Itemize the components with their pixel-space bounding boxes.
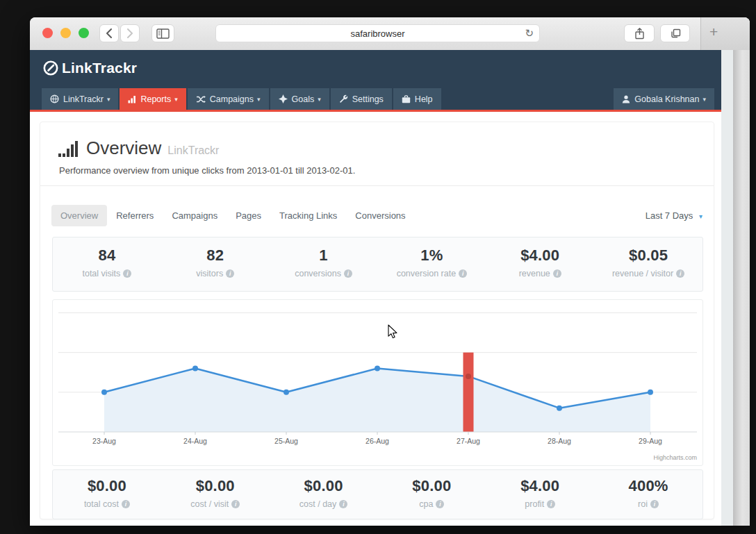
info-icon[interactable]: i bbox=[231, 500, 240, 508]
bottom-stat-cell: $4.00profiti bbox=[486, 470, 594, 519]
tab-tracking-links[interactable]: Tracking Links bbox=[270, 205, 346, 226]
tab-pages[interactable]: Pages bbox=[227, 205, 270, 226]
tab-overview-button[interactable] bbox=[660, 24, 690, 42]
bottom-stat-cell: $0.00cost / visiti bbox=[161, 470, 270, 519]
user-icon bbox=[622, 95, 630, 103]
info-icon[interactable]: i bbox=[676, 269, 684, 278]
top-stat-cell: 82visitorsi bbox=[161, 237, 270, 291]
info-icon[interactable]: i bbox=[650, 500, 659, 508]
caret-down-icon: ▾ bbox=[318, 96, 321, 103]
sidebar-icon bbox=[156, 28, 170, 39]
user-menu[interactable]: Gobala Krishnan ▾ bbox=[614, 88, 714, 110]
svg-text:28-Aug: 28-Aug bbox=[548, 437, 571, 445]
page-background: Overview LinkTrackr Performance overview… bbox=[30, 112, 750, 526]
svg-text:24-Aug: 24-Aug bbox=[183, 437, 207, 445]
screenshot-frame: safaribrowser ↻ + bbox=[0, 0, 756, 534]
bar-chart-icon bbox=[128, 95, 136, 103]
tab-overview[interactable]: Overview bbox=[51, 205, 107, 226]
nav-item-label: LinkTrackr bbox=[63, 94, 104, 104]
briefcase-icon bbox=[402, 95, 411, 103]
info-icon[interactable]: i bbox=[339, 500, 347, 508]
tab-referrers[interactable]: Referrers bbox=[107, 205, 163, 226]
nav-item-goals[interactable]: Goals ▾ bbox=[270, 88, 329, 110]
svg-text:29-Aug: 29-Aug bbox=[639, 437, 662, 445]
stat-label: conversion rate bbox=[397, 269, 456, 278]
caret-down-icon: ▾ bbox=[107, 96, 110, 103]
top-stat-cell: 1%conversion ratei bbox=[377, 237, 486, 291]
site-header: LinkTrackr LinkTrackr ▾ Reports ▾ bbox=[30, 50, 750, 112]
nav-item-reports[interactable]: Reports ▾ bbox=[120, 88, 186, 110]
nav-item-label: Settings bbox=[352, 94, 384, 104]
svg-text:25-Aug: 25-Aug bbox=[274, 437, 298, 445]
reload-icon[interactable]: ↻ bbox=[525, 27, 534, 40]
stat-value: 84 bbox=[53, 247, 161, 265]
stat-label: revenue / visitor bbox=[612, 269, 673, 278]
nav-item-label: Goals bbox=[292, 94, 315, 104]
scrollbar-track[interactable] bbox=[721, 50, 733, 526]
nav-item-help[interactable]: Help bbox=[393, 88, 441, 110]
stat-label: roi bbox=[638, 499, 648, 509]
top-stat-cell: 84total visitsi bbox=[53, 237, 161, 291]
nav-item-label: Reports bbox=[140, 94, 171, 104]
card-header: Overview LinkTrackr Performance overview… bbox=[40, 122, 714, 186]
stat-value: 400% bbox=[594, 477, 702, 495]
info-icon[interactable]: i bbox=[226, 269, 234, 278]
stat-label: total visits bbox=[82, 269, 120, 278]
top-stat-cell: $4.00revenuei bbox=[486, 237, 594, 291]
forward-button[interactable] bbox=[120, 24, 140, 42]
page-title: Overview bbox=[86, 139, 161, 157]
bottom-stat-cell: 400%roii bbox=[594, 470, 702, 519]
stat-value: 82 bbox=[161, 247, 270, 265]
stats-panel-bottom: $0.00total costi$0.00cost / visiti$0.00c… bbox=[52, 469, 703, 519]
address-text: safaribrowser bbox=[216, 28, 539, 39]
svg-text:27-Aug: 27-Aug bbox=[457, 437, 480, 445]
stats-panel-top: 84total visitsi82visitorsi1conversionsi1… bbox=[52, 237, 703, 292]
window-edge-strip[interactable] bbox=[733, 50, 750, 526]
info-icon[interactable]: i bbox=[459, 269, 467, 278]
stat-label: profit bbox=[525, 499, 544, 509]
share-button[interactable] bbox=[624, 24, 655, 42]
svg-text:26-Aug: 26-Aug bbox=[365, 437, 389, 445]
back-button[interactable] bbox=[99, 24, 119, 42]
wrench-icon bbox=[339, 94, 348, 103]
chart-credit[interactable]: Highcharts.com bbox=[653, 454, 697, 461]
user-name: Gobala Krishnan bbox=[634, 94, 699, 104]
title-row: Overview LinkTrackr bbox=[58, 139, 219, 157]
info-icon[interactable]: i bbox=[123, 269, 131, 278]
tab-campaigns[interactable]: Campaigns bbox=[163, 205, 227, 226]
stat-value: $0.00 bbox=[161, 477, 270, 495]
stat-value: $0.00 bbox=[53, 477, 161, 495]
caret-down-icon: ▾ bbox=[257, 96, 261, 103]
stat-label: visitors bbox=[196, 269, 223, 278]
linktrackr-logo-icon bbox=[42, 59, 60, 77]
close-window-button[interactable] bbox=[42, 28, 53, 38]
address-bar[interactable]: safaribrowser ↻ bbox=[215, 24, 540, 42]
date-range-selector[interactable]: Last 7 Days ▾ bbox=[646, 210, 702, 221]
nav-item-campaigns[interactable]: Campaigns ▾ bbox=[188, 88, 269, 110]
minimize-window-button[interactable] bbox=[60, 28, 71, 38]
info-icon[interactable]: i bbox=[344, 269, 352, 278]
nav-item-linktrackr[interactable]: LinkTrackr ▾ bbox=[42, 88, 118, 110]
sidebar-toggle-button[interactable] bbox=[151, 24, 174, 42]
share-icon bbox=[634, 28, 645, 40]
linktrackr-logo[interactable]: LinkTrackr bbox=[42, 59, 137, 77]
shuffle-icon bbox=[196, 95, 206, 103]
info-icon[interactable]: i bbox=[436, 500, 444, 508]
stat-value: $0.00 bbox=[270, 477, 378, 495]
info-icon[interactable]: i bbox=[547, 500, 555, 508]
nav-item-settings[interactable]: Settings bbox=[331, 88, 392, 110]
stat-label: conversions bbox=[295, 269, 341, 278]
tab-conversions[interactable]: Conversions bbox=[346, 205, 414, 226]
stat-label: cost / visit bbox=[190, 499, 229, 509]
info-icon[interactable]: i bbox=[122, 500, 130, 508]
stat-label: total cost bbox=[84, 499, 119, 509]
chart-panel: 23-Aug24-Aug25-Aug26-Aug27-Aug28-Aug29-A… bbox=[52, 299, 703, 466]
stat-value: $4.00 bbox=[486, 477, 594, 495]
main-navigation: LinkTrackr ▾ Reports ▾ Campaigns ▾ bbox=[42, 88, 441, 110]
stat-value: 1 bbox=[270, 247, 378, 265]
caret-down-icon: ▾ bbox=[174, 96, 178, 103]
info-icon[interactable]: i bbox=[553, 269, 561, 278]
new-tab-button[interactable]: + bbox=[709, 24, 718, 40]
zoom-window-button[interactable] bbox=[79, 28, 89, 38]
overview-chart-svg[interactable]: 23-Aug24-Aug25-Aug26-Aug27-Aug28-Aug29-A… bbox=[53, 300, 702, 465]
